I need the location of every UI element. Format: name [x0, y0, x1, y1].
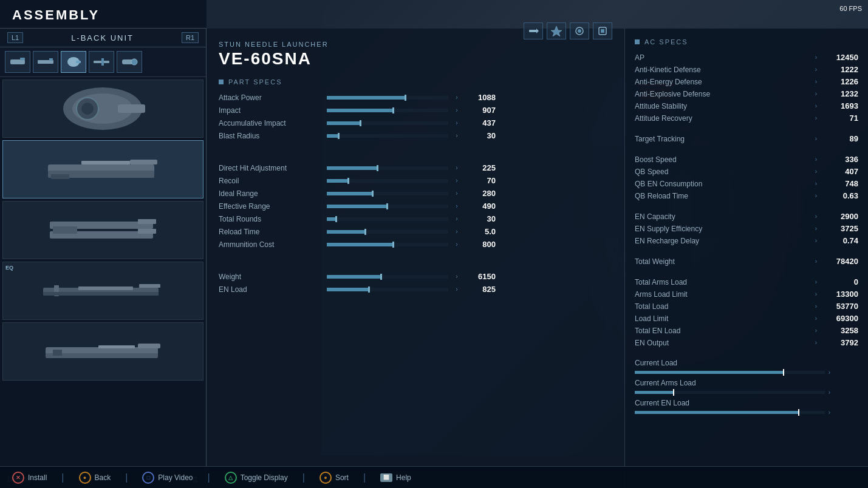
ac-value-ap: 12450	[822, 53, 858, 62]
stat-bar-weight	[327, 275, 448, 279]
ac-arrow-boost-speed: ›	[815, 156, 817, 163]
stat-row-blast-radius: Blast Radius › 30	[219, 131, 612, 140]
weapon-type-icon-2[interactable]	[33, 51, 58, 73]
stat-row-attack-power: Attack Power › 1088	[219, 93, 612, 102]
stat-bar-fill-reload-time	[327, 230, 366, 234]
weapon-icon-special[interactable]	[593, 22, 612, 39]
weapon-type-icon-1[interactable]	[5, 51, 30, 73]
ac-stat-en-recharge: EN Recharge Delay › 0.74	[635, 236, 858, 245]
ac-stat-en-output: EN Output › 3792	[635, 338, 858, 347]
svg-rect-18	[101, 58, 104, 66]
action-sort[interactable]: ● Sort	[320, 472, 349, 484]
ac-label-qb-en-cons: QB EN Consumption	[635, 180, 815, 188]
stat-label-recoil: Recoil	[219, 177, 322, 185]
ac-stat-current-load: Current Load ›	[635, 359, 858, 376]
bottom-bar: ✕ Install | ● Back | □ Play Video | △ To…	[0, 466, 868, 488]
stat-value-0: 1088	[465, 93, 496, 102]
stat-arrow-en-load: ›	[453, 286, 460, 293]
action-toggle[interactable]: △ Toggle Display	[225, 472, 288, 484]
weapon-item-1[interactable]	[2, 80, 203, 138]
svg-rect-39	[78, 286, 133, 290]
ac-value-en-cap: 2900	[822, 212, 858, 221]
ac-value-en-recharge: 0.74	[822, 236, 858, 245]
ac-value-en-output: 3792	[822, 338, 858, 347]
ac-arrow-qb-reload: ›	[815, 192, 817, 199]
ac-spacer-5	[635, 269, 858, 277]
weapon-icon-kinetic[interactable]	[524, 22, 543, 39]
ac-arrow-target-tracking: ›	[815, 135, 817, 142]
svg-rect-40	[43, 292, 159, 296]
svg-rect-35	[53, 226, 77, 234]
svg-rect-43	[46, 353, 158, 358]
weapon-type-icon-5[interactable]	[117, 51, 142, 73]
ac-label-en-supply: EN Supply Efficiency	[635, 225, 815, 233]
weapon-img-4	[18, 269, 188, 313]
ac-value-arms-load-limit: 13300	[822, 290, 858, 299]
ac-stat-qb-speed: QB Speed › 407	[635, 167, 858, 176]
section-dot	[219, 80, 224, 84]
ac-spacer-1	[635, 126, 858, 134]
tab-label: L-BACK UNIT	[24, 33, 180, 42]
ac-arrow-attitude-recovery: ›	[815, 115, 817, 121]
weapon-icon-energy[interactable]	[547, 22, 566, 39]
action-play-label: Play Video	[158, 473, 193, 482]
ac-stat-boost-speed: Boost Speed › 336	[635, 155, 858, 164]
stat-row-eff-range: Effective Range › 490	[219, 202, 612, 211]
stat-label-dha: Direct Hit Adjustment	[219, 164, 322, 172]
stat-bar-reload-time	[327, 230, 448, 234]
sep-2: |	[125, 472, 128, 483]
stat-arrow-eff-range: ›	[453, 203, 460, 209]
action-install[interactable]: ✕ Install	[12, 472, 47, 484]
ac-value-load-limit: 69300	[822, 314, 858, 323]
weapon-item-2[interactable]	[2, 140, 203, 198]
stat-value-1: 907	[465, 106, 496, 115]
ac-arrow-en-supply: ›	[815, 225, 817, 232]
weapon-img-3	[18, 209, 188, 252]
action-toggle-label: Toggle Display	[241, 473, 288, 482]
ac-value-attitude-stability: 1693	[822, 101, 858, 110]
ac-label-en-cap: EN Capacity	[635, 212, 815, 221]
tab-right-btn[interactable]: R1	[182, 32, 199, 43]
action-back[interactable]: ● Back	[79, 472, 111, 484]
weapon-img-1	[18, 87, 188, 130]
stat-row-acc-impact: Accumulative Impact › 437	[219, 118, 612, 127]
ac-stat-current-en-load: Current EN Load ›	[635, 399, 858, 416]
ac-stat-arms-load-limit: Arms Load Limit › 13300	[635, 290, 858, 299]
weapon-type-icon-3[interactable]	[61, 51, 86, 73]
ac-label-target-tracking: Target Tracking	[635, 135, 815, 143]
stat-arrow-3: ›	[453, 132, 460, 139]
action-help[interactable]: ⬜ Help	[380, 473, 411, 482]
stat-value-2: 437	[465, 118, 496, 127]
right-panel: AC SPECS AP › 12450 Anti-Kinetic Defense…	[625, 29, 868, 488]
stat-bar-recoil	[327, 179, 448, 183]
stat-arrow-reload-time: ›	[453, 228, 460, 235]
stat-bar-1	[327, 109, 448, 112]
ac-arrow-qb-en-cons: ›	[815, 180, 817, 187]
ac-arrow-en-output: ›	[815, 339, 817, 346]
ac-value-qb-reload: 0.63	[822, 191, 858, 200]
ac-specs-header: AC SPECS	[635, 38, 858, 46]
svg-marker-47	[536, 29, 539, 33]
ac-arrow-en-cap: ›	[815, 213, 817, 220]
ac-arrow-qb-speed: ›	[815, 168, 817, 175]
ac-label-total-en-load: Total EN Load	[635, 327, 815, 335]
ac-label-attitude-stability: Attitude Stability	[635, 102, 815, 110]
action-play-video[interactable]: □ Play Video	[142, 472, 193, 484]
tab-left-btn[interactable]: L1	[7, 32, 23, 43]
stat-bar-fill-2	[327, 121, 361, 125]
ac-spacer-6	[635, 350, 858, 359]
stat-arrow-1: ›	[453, 107, 460, 114]
stat-value-dha: 225	[465, 163, 496, 172]
weapon-item-3[interactable]	[2, 201, 203, 259]
stat-label-0: Attack Power	[219, 93, 322, 102]
sep-1: |	[61, 472, 64, 483]
stat-label-eff-range: Effective Range	[219, 202, 322, 211]
ac-spacer-4	[635, 248, 858, 257]
ac-stat-anti-energy: Anti-Energy Defense › 1226	[635, 77, 858, 86]
stat-bar-en-load	[327, 288, 448, 291]
weapon-type-icon-4[interactable]	[89, 51, 114, 73]
weapon-icon-explosive[interactable]	[570, 22, 589, 39]
ac-stat-qb-en-cons: QB EN Consumption › 748	[635, 179, 858, 188]
weapon-item-4[interactable]	[2, 262, 203, 320]
weapon-item-5[interactable]	[2, 322, 203, 381]
